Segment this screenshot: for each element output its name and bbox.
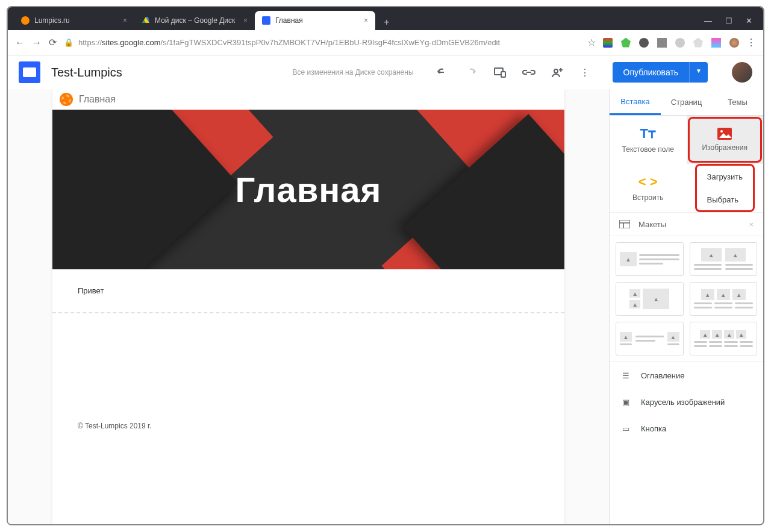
hero-banner[interactable]: Главная [52,110,564,269]
tab-themes[interactable]: Темы [712,89,763,115]
tab-sites[interactable]: Главная × [255,11,375,30]
item-label: Оглавление [641,371,684,380]
layout-option[interactable]: ▲▲▲▲ [690,322,758,355]
save-status: Все изменения на Диске сохранены [293,68,414,77]
favicon-sites [262,16,270,25]
site-nav-bar: Главная [52,89,564,110]
close-icon[interactable]: × [364,16,368,25]
publish-button[interactable]: Опубликовать [613,62,690,83]
ext-icon[interactable] [657,38,667,48]
close-icon[interactable]: × [243,16,248,25]
avatar[interactable] [732,62,752,83]
site-logo-icon [60,93,73,106]
layout-option[interactable]: ▲▲▲ [690,282,758,316]
undo-button[interactable] [435,66,449,79]
url-protocol: https:// [78,38,102,47]
sidebar: Вставка Страниц Темы Tᴛ Текстовое поле И… [609,89,763,524]
menu-icon[interactable]: ⋮ [746,37,756,48]
tab-label: Главная [275,16,303,25]
svg-rect-6 [501,72,505,77]
minimize-button[interactable]: — [704,16,712,25]
ext-icon[interactable] [711,38,721,48]
site-title[interactable]: Test-Lumpics [51,66,122,80]
tab-drive[interactable]: Мой диск – Google Диск × [134,11,255,30]
layouts-header[interactable]: Макеты × [610,212,763,236]
body-text[interactable]: Привет [78,286,539,295]
maximize-button[interactable]: ☐ [725,16,732,25]
item-label: Карусель изображений [641,398,725,407]
tab-insert[interactable]: Вставка [610,89,661,115]
tab-pages[interactable]: Страниц [661,89,712,115]
url-domain: sites.google.com [102,38,161,47]
svg-point-9 [720,130,723,133]
ext-icon[interactable] [621,38,631,48]
ext-icon[interactable] [729,38,739,48]
ext-icon[interactable] [675,38,685,48]
svg-point-7 [554,69,558,73]
new-tab-button[interactable]: + [379,14,395,30]
carousel-icon: ▣ [620,398,631,407]
sidebar-tabs: Вставка Страниц Темы [610,89,763,116]
highlight-border [688,117,763,163]
close-button[interactable]: ✕ [746,16,752,25]
layouts-label: Макеты [638,220,666,229]
lock-icon: 🔒 [64,38,73,47]
ext-icon[interactable] [603,38,613,48]
canvas-area[interactable]: Главная Главная Привет © Test-Lumpics 20… [8,89,609,524]
star-icon[interactable]: ☆ [587,37,596,48]
cell-label: Изображения [702,143,748,152]
url-path: /s/1faFgTWSXDCvR391tspP0v7hZMBOKT7VH/p/1… [161,38,501,47]
layout-option[interactable]: ▲▲ [690,242,758,276]
choose-option[interactable]: Выбрать [696,188,754,211]
window: Lumpics.ru × Мой диск – Google Диск × Гл… [7,6,764,525]
layouts-icon [619,220,630,228]
layouts-grid: ▲ ▲▲ ▲▲ ▲ ▲▲▲ ▲ [610,236,763,361]
item-label: Кнопка [641,424,666,433]
text-icon: Tᴛ [640,126,656,142]
tab-strip: Lumpics.ru × Мой диск – Google Диск × Гл… [14,11,699,30]
image-dropdown: Загрузить Выбрать [687,164,764,212]
link-button[interactable] [522,68,535,77]
insert-text-box[interactable]: Tᴛ Текстовое поле [610,116,687,164]
app-header: Test-Lumpics Все изменения на Диске сохр… [8,55,763,89]
toc-icon: ☰ [620,371,631,380]
window-controls: — ☐ ✕ [699,16,757,30]
forward-button[interactable]: → [32,37,42,48]
preview-button[interactable] [493,67,507,78]
workspace: Главная Главная Привет © Test-Lumpics 20… [8,89,763,524]
favicon-lumpics [21,16,30,25]
insert-toc[interactable]: ☰ Оглавление [610,362,763,389]
image-icon [717,128,732,140]
redo-button[interactable] [464,66,478,79]
extensions [603,38,739,48]
tab-lumpics[interactable]: Lumpics.ru × [14,11,134,30]
tab-label: Мой диск – Google Диск [155,16,235,25]
reload-button[interactable]: ⟳ [49,37,57,48]
publish-dropdown[interactable]: ▼ [689,62,708,83]
sites-logo-icon[interactable] [19,61,40,83]
close-icon[interactable]: × [123,16,127,25]
canvas: Главная Главная Привет © Test-Lumpics 20… [52,89,564,524]
embed-icon: < > [638,174,658,190]
url-field[interactable]: 🔒 https://sites.google.com/s/1faFgTWSXDC… [64,38,580,47]
insert-button[interactable]: ▭ Кнопка [610,415,763,442]
button-icon: ▭ [620,424,631,433]
layout-option[interactable]: ▲ [616,242,684,276]
insert-embed[interactable]: < > Встроить [610,164,687,212]
footer-text[interactable]: © Test-Lumpics 2019 г. [52,422,564,430]
hero-title[interactable]: Главная [236,169,382,210]
layout-option[interactable]: ▲▲ ▲ [616,282,684,316]
insert-carousel[interactable]: ▣ Карусель изображений [610,389,763,415]
header-actions: ⋮ Опубликовать ▼ [435,62,752,83]
layout-option[interactable]: ▲ ▲ [616,322,684,355]
page-body[interactable]: Привет [52,269,564,312]
insert-image[interactable]: Изображения [687,116,764,164]
back-button[interactable]: ← [15,37,25,48]
more-button[interactable]: ⋮ [580,67,590,78]
ext-icon[interactable] [639,38,649,48]
publish-group: Опубликовать ▼ [613,62,708,83]
ext-icon[interactable] [693,38,703,48]
upload-option[interactable]: Загрузить [696,165,754,188]
share-button[interactable] [551,67,564,78]
close-icon[interactable]: × [749,220,754,229]
